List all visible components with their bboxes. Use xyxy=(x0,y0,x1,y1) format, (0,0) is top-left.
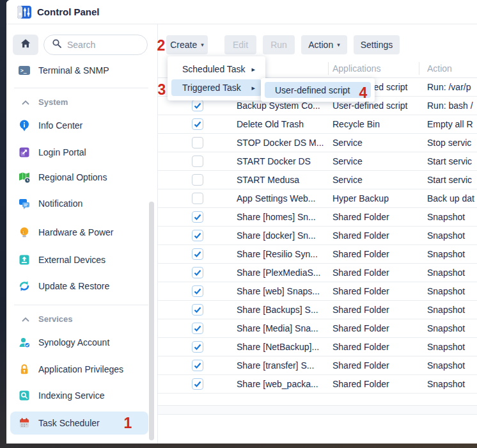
row-checkbox[interactable] xyxy=(192,174,203,186)
sidebar-section-services[interactable]: Services xyxy=(6,312,151,325)
row-checkbox[interactable] xyxy=(192,137,203,148)
table-row[interactable]: Share [homes] Sn... Shared Folder Snapsh… xyxy=(158,208,477,227)
action-cell: Snapshot xyxy=(427,301,477,319)
sidebar-section-system[interactable]: System xyxy=(6,95,151,108)
info-center-icon xyxy=(18,119,31,132)
sidebar-item-label: Indexing Service xyxy=(38,390,105,401)
submenu-arrow-icon: ▸ xyxy=(251,84,255,92)
synology-account-icon xyxy=(18,336,31,349)
run-button[interactable]: Run xyxy=(263,35,295,54)
action-button[interactable]: Action▾ xyxy=(301,35,347,54)
action-cell: Snapshot xyxy=(427,375,477,394)
row-checkbox[interactable] xyxy=(192,156,203,167)
header-applications[interactable]: Applications xyxy=(332,59,381,78)
task-name-cell: Share [PlexMediaS... xyxy=(237,264,331,282)
application-cell: Shared Folder xyxy=(332,356,418,375)
row-checkbox[interactable] xyxy=(192,100,203,111)
application-cell: Shared Folder xyxy=(332,282,418,301)
table-row[interactable]: Share [Media] Sna... Shared Folder Snaps… xyxy=(158,319,477,338)
row-checkbox[interactable] xyxy=(192,285,203,297)
row-checkbox[interactable] xyxy=(192,304,203,316)
task-name-cell: START Docker DS xyxy=(237,152,331,171)
sidebar-item-update-restore[interactable]: Update & Restore xyxy=(6,275,151,298)
edit-button[interactable]: Edit xyxy=(224,35,256,54)
sidebar-item-regional-options[interactable]: Regional Options xyxy=(6,166,151,189)
application-cell: Shared Folder xyxy=(332,338,418,356)
table-row[interactable]: Share [NetBackup]... Shared Folder Snaps… xyxy=(158,338,477,356)
sidebar-item-indexing-service[interactable]: Indexing Service xyxy=(6,384,151,407)
sidebar-item-label: Terminal & SNMP xyxy=(38,65,109,76)
row-checkbox[interactable] xyxy=(192,267,203,278)
task-name-cell: Share [Backups] S... xyxy=(237,301,331,319)
row-checkbox[interactable] xyxy=(192,378,203,390)
search-box[interactable] xyxy=(43,35,148,55)
action-cell: Snapshot xyxy=(427,208,477,227)
task-name-cell: START Medusa xyxy=(237,171,331,189)
settings-button[interactable]: Settings xyxy=(354,35,400,54)
row-checkbox[interactable] xyxy=(192,118,203,130)
home-button[interactable] xyxy=(13,35,38,55)
submenu-arrow-icon: ▸ xyxy=(251,65,255,74)
header-action[interactable]: Action xyxy=(427,59,452,78)
menu-item-scheduled-task[interactable]: Scheduled Task ▸ xyxy=(171,61,262,77)
external-devices-icon xyxy=(18,253,31,266)
table-row[interactable]: START Docker DS Service Start servic xyxy=(158,152,477,171)
task-name-cell: Share [Resilio Syn... xyxy=(237,245,331,264)
table-row[interactable]: Share [web] Snaps... Shared Folder Snaps… xyxy=(158,282,477,301)
table-row[interactable]: Share [PlexMediaS... Shared Folder Snaps… xyxy=(158,264,477,282)
task-name-cell: Share [docker] Sn... xyxy=(237,227,331,245)
sidebar-item-external-devices[interactable]: External Devices xyxy=(6,248,151,271)
sidebar-item-info-center[interactable]: Info Center xyxy=(6,114,151,137)
application-cell: Recycle Bin xyxy=(332,115,418,134)
create-button[interactable]: Create▾ xyxy=(166,35,208,54)
table-row[interactable]: STOP Docker DS M... Service Stop servic xyxy=(158,134,477,152)
table-row[interactable]: Share [Backups] S... Shared Folder Snaps… xyxy=(158,301,477,319)
sidebar-item-label: Application Privileges xyxy=(38,364,123,374)
menu-item-triggered-task[interactable]: Triggered Task ▸ xyxy=(171,79,262,96)
action-cell: Snapshot xyxy=(427,282,477,301)
column-divider xyxy=(328,62,329,75)
table-row[interactable]: START Medusa Service Start servic xyxy=(158,171,477,189)
menu-item-label: User-defined script xyxy=(275,85,350,95)
table-row[interactable]: Share [transfer] S... Shared Folder Snap… xyxy=(158,356,477,375)
row-checkbox[interactable] xyxy=(192,211,203,223)
table-row[interactable]: Share [docker] Sn... Shared Folder Snaps… xyxy=(158,227,477,245)
application-privileges-icon xyxy=(18,363,31,376)
section-label: Services xyxy=(38,314,73,324)
row-checkbox[interactable] xyxy=(192,360,203,371)
action-cell: Stop servic xyxy=(427,134,477,152)
menu-item-user-defined-script[interactable]: User-defined script xyxy=(265,82,371,98)
table-row[interactable]: App Settings Web... Hyper Backup Back up… xyxy=(158,189,477,208)
sidebar-item-label: Regional Options xyxy=(38,172,107,182)
login-portal-icon xyxy=(18,146,31,159)
task-name-cell: Share [NetBackup]... xyxy=(237,338,331,356)
annotation-3: 3 xyxy=(158,83,166,97)
sidebar-item-synology-account[interactable]: Synology Account xyxy=(6,331,151,354)
application-cell: Shared Folder xyxy=(332,208,418,227)
row-checkbox[interactable] xyxy=(192,341,203,353)
table-row[interactable]: Share [Resilio Syn... Shared Folder Snap… xyxy=(158,245,477,264)
desktop-background: Control Panel >_ Terminal & SNMP System … xyxy=(0,0,477,448)
page-title: Control Panel xyxy=(37,0,100,24)
sidebar-item-notification[interactable]: Notification xyxy=(6,192,151,215)
caret-down-icon: ▾ xyxy=(337,42,340,48)
action-cell: Snapshot xyxy=(427,227,477,245)
sidebar-item-login-portal[interactable]: Login Portal xyxy=(6,141,151,164)
row-checkbox[interactable] xyxy=(192,323,203,334)
sidebar-scrollbar-thumb[interactable] xyxy=(149,202,154,440)
row-checkbox[interactable] xyxy=(192,248,203,260)
hardware-power-icon: 1 xyxy=(18,226,31,239)
sidebar-item-hardware-power[interactable]: 1 Hardware & Power xyxy=(6,221,151,244)
application-cell: Shared Folder xyxy=(332,319,418,338)
sidebar-item-label: Synology Account xyxy=(38,337,109,348)
table-row[interactable]: Delete Old Trash Recycle Bin Empty all R xyxy=(158,115,477,134)
row-checkbox[interactable] xyxy=(192,193,203,204)
sidebar-item-terminal-snmp[interactable]: >_ Terminal & SNMP xyxy=(6,59,151,82)
settings-button-label: Settings xyxy=(361,40,393,50)
row-checkbox[interactable] xyxy=(192,230,203,241)
table-row[interactable]: Share [web_packa... Shared Folder Snapsh… xyxy=(158,375,477,394)
search-input[interactable] xyxy=(67,40,137,50)
application-cell: Shared Folder xyxy=(332,227,418,245)
application-cell: Service xyxy=(332,171,418,189)
sidebar-item-application-privileges[interactable]: Application Privileges xyxy=(6,358,151,381)
